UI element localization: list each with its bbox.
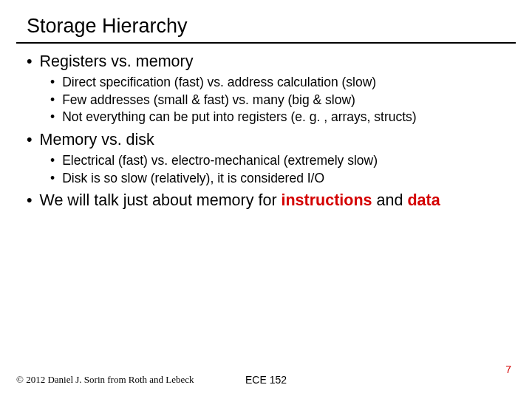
sub-bullet-text: Disk is so slow (relatively), it is cons… xyxy=(62,170,324,188)
list-item: • Electrical (fast) vs. electro-mechanic… xyxy=(50,152,516,170)
sub-bullet-text: Electrical (fast) vs. electro-mechanical… xyxy=(62,152,378,170)
list-item: • We will talk just about memory for ins… xyxy=(27,191,516,210)
title-rule xyxy=(16,42,516,44)
text-mid: and xyxy=(372,191,408,209)
bullet-icon: • xyxy=(27,131,33,149)
page-number: 7 xyxy=(505,364,511,375)
bullet-icon: • xyxy=(50,92,55,109)
sub-bullet-text: Direct specification (fast) vs. address … xyxy=(62,74,376,92)
slide: Storage Hierarchy • Registers vs. memory… xyxy=(0,0,532,399)
bullet-icon: • xyxy=(50,170,55,188)
bullet-icon: • xyxy=(27,191,33,210)
course-code: ECE 152 xyxy=(245,374,287,386)
bullet-text: We will talk just about memory for instr… xyxy=(40,191,440,210)
emphasis-instructions: instructions xyxy=(282,191,372,209)
bullet-icon: • xyxy=(50,74,55,92)
list-item: • Registers vs. memory • Direct specific… xyxy=(27,52,516,126)
list-item: • Direct specification (fast) vs. addres… xyxy=(50,74,516,92)
list-item: • Memory vs. disk • Electrical (fast) vs… xyxy=(27,131,516,187)
list-item: • Disk is so slow (relatively), it is co… xyxy=(50,170,516,188)
emphasis-data: data xyxy=(407,191,440,209)
bullet-text: Memory vs. disk xyxy=(40,131,154,149)
bullet-icon: • xyxy=(50,152,55,170)
text-prefix: We will talk just about memory for xyxy=(40,191,282,209)
copyright-text: © 2012 Daniel J. Sorin from Roth and Leb… xyxy=(0,374,194,386)
bullet-list: • Registers vs. memory • Direct specific… xyxy=(16,52,516,210)
footer: © 2012 Daniel J. Sorin from Roth and Leb… xyxy=(0,374,532,386)
sub-bullet-text: Few addresses (small & fast) vs. many (b… xyxy=(62,92,355,109)
bullet-icon: • xyxy=(27,52,33,71)
bullet-icon: • xyxy=(50,109,55,126)
sub-bullet-text: Not everything can be put into registers… xyxy=(62,109,417,126)
list-item: • Not everything can be put into registe… xyxy=(50,109,516,126)
sub-list: • Electrical (fast) vs. electro-mechanic… xyxy=(27,152,516,187)
slide-title: Storage Hierarchy xyxy=(16,10,516,41)
bullet-text: Registers vs. memory xyxy=(40,52,194,71)
list-item: • Few addresses (small & fast) vs. many … xyxy=(50,92,516,109)
sub-list: • Direct specification (fast) vs. addres… xyxy=(27,74,516,126)
